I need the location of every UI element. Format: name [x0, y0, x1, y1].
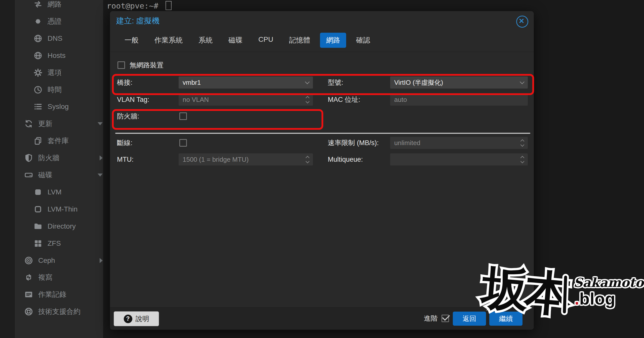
rate-limit-input[interactable]: unlimited: [390, 137, 528, 149]
advanced-checkbox[interactable]: [441, 315, 449, 322]
advanced-section-divider: [115, 133, 530, 134]
tab-os[interactable]: 作業系統: [148, 33, 189, 48]
disconnect-label: 斷線:: [117, 137, 133, 149]
tab-cpu[interactable]: CPU: [252, 33, 279, 48]
model-label: 型號:: [328, 76, 343, 89]
mac-placeholder: auto: [394, 96, 524, 104]
check-mark-icon: [442, 313, 450, 321]
bridge-value: vmbr1: [183, 79, 306, 87]
bridge-select[interactable]: vmbr1: [179, 76, 313, 89]
firewall-checkbox[interactable]: [179, 112, 187, 120]
no-network-checkbox[interactable]: [117, 61, 125, 69]
multiqueue-input[interactable]: [390, 153, 528, 165]
vlan-tag-input[interactable]: no VLAN: [179, 94, 313, 106]
spinner-icon[interactable]: [306, 96, 309, 104]
firewall-label: 防火牆:: [117, 110, 139, 122]
no-network-label: 無網路裝置: [130, 59, 164, 71]
back-button-label: 返回: [463, 314, 476, 323]
mac-input[interactable]: auto: [390, 94, 528, 106]
bridge-label: 橋接:: [117, 76, 133, 89]
chevron-down-icon: [520, 79, 524, 84]
spinner-icon[interactable]: [521, 139, 524, 147]
help-button[interactable]: ? 說明: [114, 311, 159, 326]
red-highlight-firewall: [112, 109, 323, 130]
tab-general[interactable]: 一般: [118, 33, 145, 48]
advanced-label: 進階: [424, 311, 437, 326]
vlan-tag-placeholder: no VLAN: [183, 96, 306, 104]
vlan-tag-label: VLAN Tag:: [117, 94, 149, 106]
spinner-icon[interactable]: [306, 156, 309, 163]
next-button[interactable]: 繼續: [489, 312, 522, 326]
rate-limit-label: 速率限制 (MB/s):: [328, 137, 379, 149]
tab-disks[interactable]: 磁碟: [222, 33, 249, 48]
model-value: VirtIO (半虛擬化): [394, 78, 520, 87]
disconnect-checkbox[interactable]: [179, 139, 187, 147]
mac-label: MAC 位址:: [328, 94, 360, 106]
back-button[interactable]: 返回: [453, 312, 486, 326]
chevron-down-icon: [305, 79, 309, 84]
model-select[interactable]: VirtIO (半虛擬化): [390, 76, 528, 89]
question-circle-icon: ?: [124, 315, 132, 323]
mtu-input[interactable]: 1500 (1 = bridge MTU): [179, 153, 313, 165]
spinner-icon[interactable]: [521, 156, 524, 163]
mtu-placeholder: 1500 (1 = bridge MTU): [183, 156, 306, 163]
multiqueue-label: Multiqueue:: [328, 153, 363, 165]
tab-memory[interactable]: 記憶體: [283, 33, 316, 48]
tab-confirm[interactable]: 確認: [350, 33, 376, 48]
create-vm-dialog: 建立: 虛擬機 一般作業系統系統磁碟CPU記憶體網路確認 無網路裝置 橋接: v…: [110, 11, 534, 329]
help-button-label: 說明: [136, 314, 149, 323]
dialog-tabs: 一般作業系統系統磁碟CPU記憶體網路確認: [118, 33, 376, 48]
dialog-footer: ? 說明 進階 返回 繼續: [110, 307, 534, 330]
close-icon[interactable]: [516, 16, 528, 28]
dialog-title: 建立: 虛擬機: [116, 16, 159, 26]
next-button-label: 繼續: [499, 314, 513, 323]
proxmox-app: 網路憑證DNSHosts選項時間Syslog更新套件庫防火牆磁碟LVMLVM-T…: [0, 0, 644, 338]
mtu-label: MTU:: [117, 153, 134, 165]
tabbar-divider: [110, 52, 534, 52]
rate-limit-placeholder: unlimited: [394, 139, 521, 147]
tab-system[interactable]: 系統: [192, 33, 219, 48]
tab-network[interactable]: 網路: [320, 33, 346, 48]
